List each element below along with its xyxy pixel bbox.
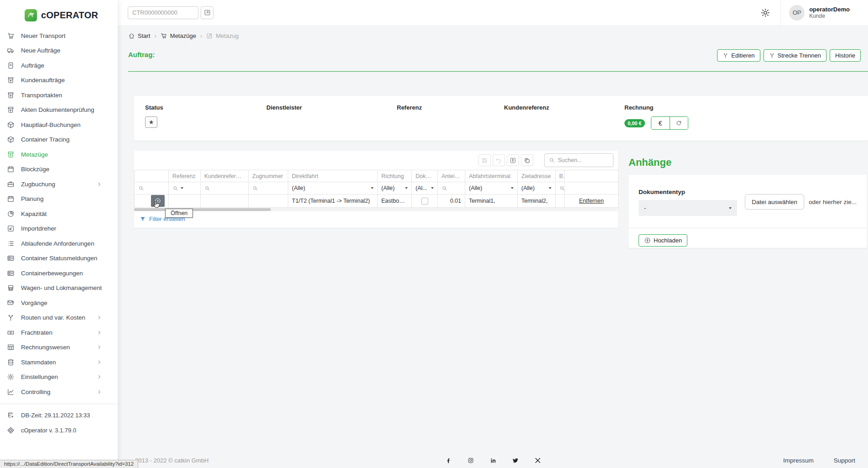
sidebar-item-planung[interactable]: Planung	[0, 192, 118, 207]
sidebar-item-akten-dokumentenprüfung[interactable]: Akten Dokumentenprüfung	[0, 103, 118, 118]
sidebar-item-controlling[interactable]: Controlling	[0, 384, 118, 400]
filter-cell-richtung[interactable]: (Alle)	[378, 182, 412, 195]
filter-cell-direktfahrt[interactable]: (Alle)	[288, 182, 378, 195]
social-link-li[interactable]	[489, 457, 496, 464]
action-button-editieren[interactable]: Editieren	[717, 49, 760, 62]
sidebar-item-vorgänge[interactable]: Vorgänge	[0, 295, 118, 310]
sidebar-item-containerbewegungen[interactable]: Containerbewegungen	[0, 266, 118, 281]
column-header-zugnummer[interactable]: Zugnummer	[249, 170, 288, 182]
column-header-referenz[interactable]: Referenz	[169, 170, 201, 182]
toolbar-button-copy[interactable]	[521, 154, 533, 166]
column-header-dokum[interactable]: Dokum...	[412, 170, 438, 182]
sidebar-item-importdreher[interactable]: Importdreher	[0, 221, 118, 237]
sidebar-item-hauptlauf-buchungen[interactable]: Hauptlauf-Buchungen	[0, 117, 118, 132]
column-header-anteili[interactable]: Anteili...	[438, 170, 465, 182]
sidebar-item-zugbuchung[interactable]: Zugbuchung	[0, 177, 118, 192]
open-external-button[interactable]	[201, 6, 213, 19]
breadcrumb-item-metazüge[interactable]: › Metazüge	[154, 32, 196, 39]
sidebar-item-label: Planung	[21, 195, 44, 202]
action-button-label: Editieren	[731, 52, 754, 59]
filter-cell-dokum[interactable]: (Al...	[412, 182, 438, 195]
status-label: Status	[145, 104, 266, 111]
footer-link-impressum[interactable]: Impressum	[783, 457, 814, 464]
sidebar-item-kapazität[interactable]: Kapazität	[0, 206, 118, 221]
filter-cell-zieladresse[interactable]: (Alle)	[518, 182, 556, 195]
create-filter-link[interactable]: Filter erstellen	[134, 211, 618, 227]
xx-icon	[534, 457, 541, 464]
footer-link-support[interactable]: Support	[834, 457, 855, 464]
sidebar-item-transportakten[interactable]: Transportakten	[0, 88, 118, 103]
filter-cell-zugnummer[interactable]	[249, 182, 288, 195]
sidebar-item-rechnungswesen[interactable]: Rechnungswesen	[0, 340, 118, 355]
grid-search-input[interactable]	[558, 157, 609, 163]
social-link-tw[interactable]	[512, 457, 519, 464]
sidebar-item-aufträge[interactable]: Aufträge	[0, 58, 118, 73]
cell-zieladresse: Terminal2,	[518, 195, 556, 208]
social-link-fb[interactable]	[445, 457, 452, 464]
social-link-xx[interactable]	[534, 457, 541, 464]
cell-anteili: 0.01	[438, 195, 465, 208]
column-header-richtung[interactable]: Richtung	[378, 170, 412, 182]
chevron-right-icon	[96, 330, 102, 336]
documents-checkbox[interactable]	[421, 198, 428, 205]
idcard-icon	[7, 269, 15, 277]
order-summary-card: Status ★ Dienstleister Referenz Kundenre…	[134, 96, 868, 141]
remove-link[interactable]: Entfernen	[568, 198, 614, 204]
filter-select-value: (Alle)	[469, 185, 482, 191]
sidebar-item-routen-und-var-kosten[interactable]: Routen und var. Kosten	[0, 310, 118, 326]
breadcrumb-item-metazug[interactable]: › Metazug	[200, 32, 239, 39]
action-button-historie[interactable]: Historie	[830, 49, 861, 62]
sidebar-item-container-tracing[interactable]: Container Tracing	[0, 132, 118, 147]
filter-cell-abfahrtsterminal[interactable]: (Alle)	[465, 182, 518, 195]
document-type-select[interactable]: -	[639, 200, 737, 216]
filter-cell-anteili[interactable]	[438, 182, 465, 195]
column-header-zieladresse[interactable]: Zieladresse	[518, 170, 556, 182]
train-icon	[7, 284, 15, 292]
choose-file-button[interactable]: Datei auswählen	[745, 194, 804, 210]
sidebar-item-neue-aufträge[interactable]: Neue Aufträge	[0, 43, 118, 58]
filter-cell-col0[interactable]	[135, 182, 169, 195]
horizontal-scrollbar[interactable]	[134, 208, 618, 211]
social-link-ig[interactable]	[467, 457, 474, 464]
sidebar-item-ablaufende-anforderungen[interactable]: Ablaufende Anforderungen	[0, 236, 118, 251]
toolbar-button-save[interactable]	[478, 154, 491, 166]
upload-button[interactable]: Hochladen	[639, 234, 687, 247]
sidebar-item-label: Routen und var. Kosten	[21, 314, 85, 321]
column-header-abfahrtsterminal[interactable]: Abfahrtsterminal	[465, 170, 518, 182]
filter-cell-referenz[interactable]	[169, 182, 201, 195]
column-header-col0	[135, 170, 169, 182]
euro-button[interactable]: €	[651, 117, 670, 129]
container-search-input[interactable]	[128, 6, 198, 19]
sidebar-item-wagen-und-lokmanagement[interactable]: Wagen- und Lokmanagement	[0, 281, 118, 296]
banknote-icon	[7, 329, 15, 337]
metazug-table: ReferenzKundenreferenzZugnummerDirektfah…	[134, 170, 619, 208]
sidebar-item-neuer-transport[interactable]: Neuer Transport	[0, 28, 118, 43]
cell-dokum	[412, 195, 438, 208]
page-title: Auftrag:	[128, 51, 155, 58]
column-header-direktfahrt[interactable]: Direktfahrt	[288, 170, 378, 182]
sidebar-item-blockzüge[interactable]: Blockzüge	[0, 162, 118, 177]
action-button-strecke-trennen[interactable]: Strecke Trennen	[764, 49, 826, 62]
settings-gear-button[interactable]	[760, 8, 770, 18]
sidebar-item-frachtraten[interactable]: Frachtraten	[0, 325, 118, 340]
copyright: 2013 - 2022 © catkin GmbH	[135, 457, 208, 464]
refresh-button[interactable]	[670, 117, 688, 129]
sidebar-item-metazüge[interactable]: Metazüge	[0, 147, 118, 162]
sidebar-item-kundenaufträge[interactable]: Kundenaufträge	[0, 73, 118, 88]
chart-icon	[7, 388, 15, 396]
column-header-kundenreferenz[interactable]: Kundenreferenz	[201, 170, 249, 182]
sidebar-item-container-statusmeldungen[interactable]: Container Statusmeldungen	[0, 251, 118, 266]
user-menu[interactable]: OP operatorDemo Kunde	[781, 5, 868, 21]
toolbar-button-undo[interactable]	[493, 154, 505, 166]
app-logo[interactable]: cOPERATOR	[0, 0, 118, 24]
breadcrumb-item-start[interactable]: › Start	[128, 32, 150, 39]
cart-icon	[161, 32, 167, 39]
sidebar-item-label: Wagen- und Lokmanagement	[21, 284, 102, 291]
favorite-star-button[interactable]: ★	[145, 116, 157, 128]
toolbar-button-export[interactable]	[507, 154, 519, 166]
filter-cell-kundenreferenz[interactable]	[201, 182, 249, 195]
sidebar-item-stammdaten[interactable]: Stammdaten	[0, 355, 118, 370]
column-header-be[interactable]: Be	[556, 170, 565, 182]
sidebar-item-einstellungen[interactable]: Einstellungen	[0, 370, 118, 385]
filter-cell-be[interactable]	[556, 182, 565, 195]
